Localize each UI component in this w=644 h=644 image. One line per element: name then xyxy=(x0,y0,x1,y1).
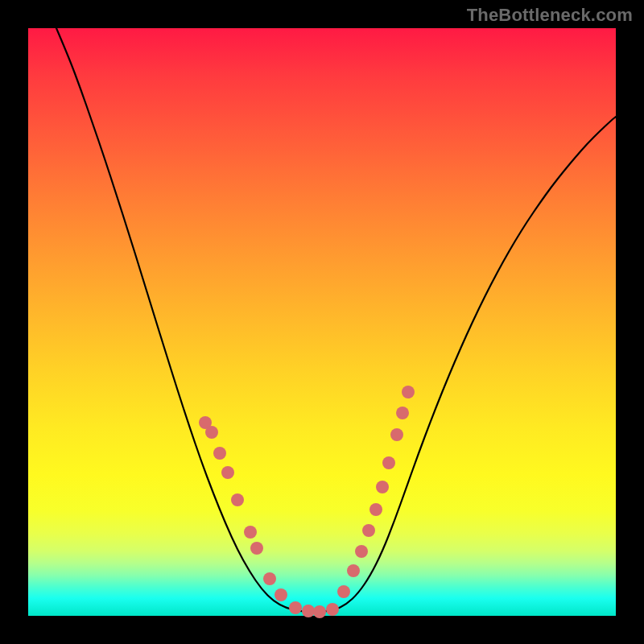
dot-right xyxy=(396,407,409,419)
dot-right xyxy=(382,456,395,469)
dot-left xyxy=(213,447,226,460)
curve-path xyxy=(56,28,616,612)
dot-left xyxy=(231,493,244,506)
dot-bottom xyxy=(289,601,302,614)
dot-bottom xyxy=(326,603,339,616)
plot-area xyxy=(28,28,616,616)
dot-left xyxy=(263,572,276,585)
dot-left xyxy=(244,526,257,539)
watermark-text: TheBottleneck.com xyxy=(467,5,633,26)
dot-left xyxy=(221,466,234,479)
dot-right xyxy=(355,545,368,558)
dot-right xyxy=(376,481,389,493)
chart-container: TheBottleneck.com xyxy=(0,0,644,644)
dot-right xyxy=(337,585,350,598)
dot-left xyxy=(205,426,218,439)
dot-right xyxy=(402,386,415,398)
curve-svg xyxy=(28,28,616,616)
dot-bottom xyxy=(313,605,326,618)
dot-right xyxy=(369,503,382,516)
dot-right xyxy=(362,524,375,537)
dot-right xyxy=(390,428,403,441)
dot-left xyxy=(275,588,287,601)
dot-left xyxy=(250,542,263,555)
dot-right xyxy=(347,564,360,577)
